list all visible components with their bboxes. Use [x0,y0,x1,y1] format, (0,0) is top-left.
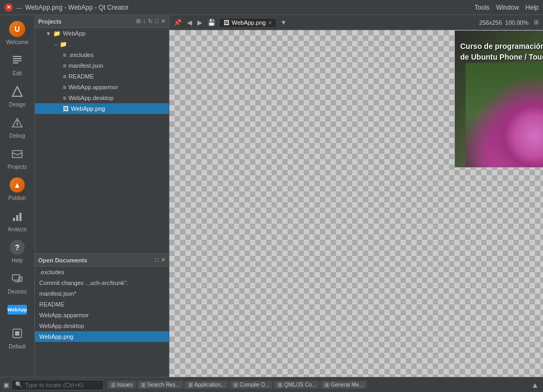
tree-item-manifest[interactable]: ≡ manifest.json [35,60,169,71]
tree-item-dot[interactable]: – 📁 . [35,39,169,49]
canvas-area[interactable]: Curso de programación de Ubuntu Phone / … [169,30,543,377]
tree-png-label: WebApp.png [71,105,105,112]
tab-label-app: Application... [195,382,225,388]
edit-icon-wrap [9,52,26,69]
status-search-box[interactable]: 🔍 [11,380,104,390]
doc-item-png[interactable]: WebApp.png [35,331,169,342]
tree-item-excludes[interactable]: ≡ .excludes [35,49,169,60]
sidebar-item-design[interactable]: Design [0,80,35,111]
sidebar-item-default[interactable]: Default [0,322,35,353]
sidebar-item-edit[interactable]: Edit [0,48,35,80]
tree-dot-label: . [69,41,71,47]
save-icon[interactable]: 💾 [205,18,218,27]
projects-expand-btn[interactable]: □ [155,18,159,25]
sidebar-item-publish[interactable]: ▲ Publish [0,173,35,204]
status-tab-qmljs[interactable]: 5 QML/JS Co... [274,381,319,389]
tree-item-readme[interactable]: ≡ README [35,71,169,82]
projects-sync-btn[interactable]: ↻ [148,18,153,25]
projects-icon [10,146,25,161]
svg-rect-10 [16,215,18,221]
window-title: WebApp.png - WebApp - Qt Creator [25,4,471,11]
sidebar-item-welcome[interactable]: U Welcome [0,17,35,48]
sidebar-item-projects[interactable]: Projects [0,142,35,173]
default-icon-wrap [9,325,26,342]
status-tab-issues[interactable]: 1 Issues [107,381,136,389]
doc-item-manifest[interactable]: manifest.json* [35,288,169,299]
svg-marker-4 [12,87,22,96]
sidebar-label-default: Default [9,344,26,350]
tab-label-issues: Issues [117,382,133,388]
open-docs-close-btn[interactable]: ✕ [161,256,166,263]
image-bg: Curso de programación de Ubuntu Phone / … [455,31,543,167]
close-button[interactable]: ✕ [4,3,13,12]
tree-item-png[interactable]: 🖼 WebApp.png [35,103,169,114]
status-tab-general[interactable]: 6 General Me... [320,381,367,389]
sidebar-item-devices[interactable]: Devices [0,267,35,298]
status-search-input[interactable] [25,382,100,388]
editor-tab-webapp-png[interactable]: 🖼 WebApp.png ✕ [219,18,277,27]
tree-item-desktop[interactable]: ≡ WebApp.desktop [35,92,169,103]
sidebar-label-projects: Projects [8,164,27,170]
file-icon-desktop: ≡ [63,95,66,101]
statusbar-scroll-up[interactable]: ▲ [528,381,542,389]
tree-expand-dot: – [54,41,58,47]
toolbar-right-info: 256x256 100.00% ⊞ [479,18,541,27]
left-panel: Projects ⊞ ↕ ↻ □ ✕ ▼ 📁 WebApp – 📁 . ≡ [35,15,169,377]
tree-item-apparmor[interactable]: ≡ WebApp.apparmor [35,82,169,92]
tab-num-search: 2 [140,382,146,388]
editor-tab-close-btn[interactable]: ✕ [268,20,272,26]
tab-num-general: 6 [324,382,330,388]
nav-prev-btn[interactable]: ◀ [185,18,194,27]
help-icon-wrap: ? [9,239,26,256]
status-tab-search[interactable]: 2 Search Res... [137,381,183,389]
image-content: Curso de programación de Ubuntu Phone / … [454,30,543,168]
image-dimension-label: 256x256 [479,19,502,26]
projects-sort-btn[interactable]: ↕ [143,18,146,25]
status-tab-compile[interactable]: 4 Compile O... [230,381,273,389]
editor-tab-label: WebApp.png [232,19,266,26]
file-icon: ≡ [63,52,66,58]
svg-rect-1 [13,58,22,59]
terminal-icon[interactable]: ▣ [3,381,9,389]
doc-item-apparmor[interactable]: WebApp.apparmor [35,310,169,320]
menu-help[interactable]: Help [525,4,539,11]
pin-icon[interactable]: 📌 [172,18,184,27]
tab-label-general: General Me... [331,382,363,388]
tab-num-compile: 4 [233,382,239,388]
doc-excludes-label: .excludes [39,269,64,275]
tree-dot-folder: 📁 [60,41,67,48]
analyze-icon [10,209,25,224]
tree-manifest-label: manifest.json [68,62,103,69]
projects-close-btn[interactable]: ✕ [161,18,166,25]
sidebar-item-webapp[interactable]: WebApp [0,298,35,322]
doc-apparmor-label: WebApp.apparmor [39,312,89,318]
zoom-fit-btn[interactable]: ⊞ [532,18,541,27]
svg-rect-2 [13,60,22,61]
sidebar-label-analyze: Analyze [8,226,27,232]
file-icon-manifest: ≡ [63,62,66,69]
file-icon-apparmor: ≡ [63,84,66,90]
sidebar-item-debug[interactable]: Debug [0,111,35,142]
sidebar-item-help[interactable]: ? Help [0,236,35,267]
main-area: U Welcome Edit Design [0,15,543,377]
tab-dropdown-btn[interactable]: ▼ [278,18,289,27]
svg-point-6 [17,120,18,122]
sidebar-item-analyze[interactable]: Analyze [0,204,35,236]
nav-next-btn[interactable]: ▶ [195,18,204,27]
doc-item-excludes[interactable]: .excludes [35,267,169,277]
doc-item-commit[interactable]: Commit changes ...uch-src/trunk". [35,277,169,288]
welcome-icon-wrap: U [9,20,26,38]
menu-tools[interactable]: Tools [475,4,490,11]
doc-item-readme[interactable]: README [35,299,169,310]
tree-item-webapp-root[interactable]: ▼ 📁 WebApp [35,28,169,39]
image-flower-decoration [466,63,543,167]
doc-manifest-label: manifest.json* [39,290,76,297]
open-docs-list: .excludes Commit changes ...uch-src/trun… [35,267,169,377]
projects-filter-btn[interactable]: ⊞ [136,18,141,25]
doc-item-desktop2[interactable]: WebApp.desktop [35,320,169,331]
menu-window[interactable]: Window [496,4,519,11]
status-tab-application[interactable]: 3 Application... [184,381,228,389]
default-icon [10,326,25,341]
open-docs-expand-btn[interactable]: □ [155,256,159,263]
svg-rect-11 [19,213,22,221]
